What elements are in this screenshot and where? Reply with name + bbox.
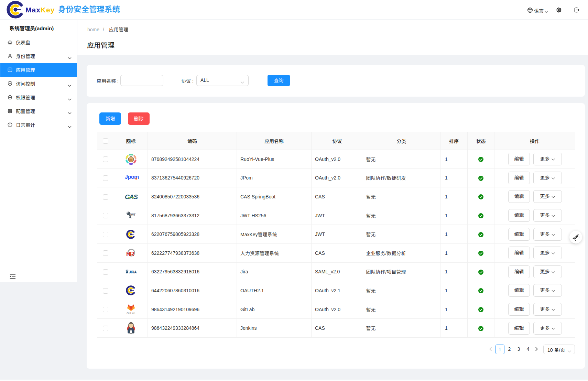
svg-text:HR: HR [126, 251, 134, 257]
svg-text:JIRA: JIRA [129, 270, 137, 274]
svg-text:JWT: JWT [129, 213, 135, 216]
